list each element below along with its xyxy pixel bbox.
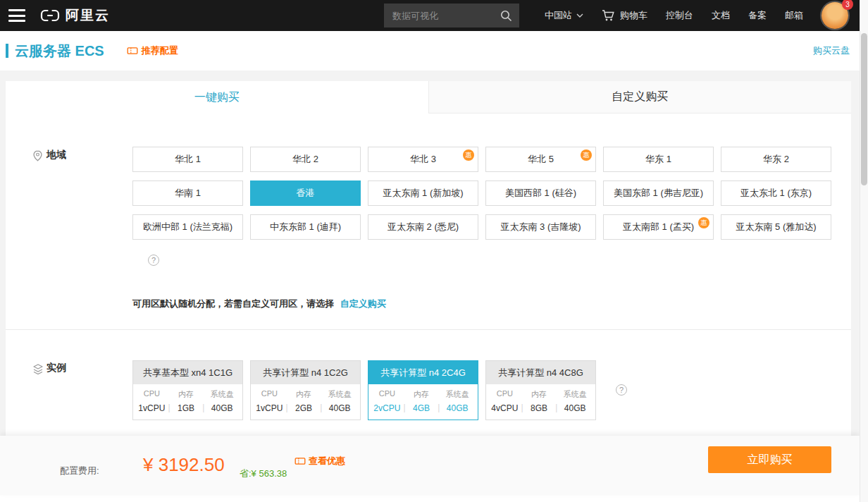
region-button-label: 欧洲中部 1 (法兰克福) [143, 221, 232, 233]
instance-help-icon[interactable] [616, 384, 627, 396]
region-button-label: 香港 [297, 187, 315, 200]
memory-value: 8GB [522, 403, 557, 413]
purchase-card: 一键购买 自定义购买 地域 华北 1 华北 2 华北 3惠 华北 5惠 华东 1… [6, 81, 851, 436]
hamburger-menu-icon[interactable] [8, 9, 25, 22]
layers-icon [32, 364, 44, 378]
beian-link-label: 备案 [748, 9, 767, 22]
brand-logo[interactable]: 阿里云 [39, 6, 110, 25]
region-grid: 华北 1 华北 2 华北 3惠 华北 5惠 华东 1 华东 2 华南 1 香港 … [132, 147, 831, 248]
coupon-icon [127, 46, 138, 56]
region-row: 华北 1 华北 2 华北 3惠 华北 5惠 华东 1 华东 2 [132, 147, 831, 172]
region-button-label: 亚太东北 1 (东京) [740, 187, 812, 200]
cpu-header: CPU [252, 389, 287, 400]
brand-name: 阿里云 [66, 6, 110, 25]
custom-buy-link[interactable]: 自定义购买 [340, 298, 386, 309]
region-button-singapore[interactable]: 亚太东南 1 (新加坡) [368, 180, 478, 206]
tab-custom-buy[interactable]: 自定义购买 [428, 81, 852, 114]
cpu-value: 4vCPU [488, 403, 522, 413]
recommended-config-label: 推荐配置 [142, 44, 178, 57]
scrollbar-thumb[interactable] [861, 33, 867, 185]
instance-spec-values: 1vCPU 2GB 40GB [252, 403, 359, 413]
memory-header: 内存 [522, 389, 557, 400]
checkout-bar: 配置费用: ¥ 3192.50 查看优惠 省:¥ 563.38 立即购买 [0, 436, 860, 495]
promo-badge: 惠 [581, 149, 592, 161]
region-button-huabei5[interactable]: 华北 5惠 [485, 147, 596, 172]
instance-card-title: 共享计算型 n4 4C8G [486, 361, 595, 384]
region-button-huabei2[interactable]: 华北 2 [250, 147, 361, 172]
cart-link[interactable]: 购物车 [602, 9, 647, 22]
disk-header: 系统盘 [321, 389, 359, 400]
instance-card-title: 共享计算型 n4 2C4G [368, 361, 478, 384]
region-button-dubai[interactable]: 中东东部 1 (迪拜) [250, 214, 361, 240]
promo-badge: 惠 [463, 149, 474, 161]
tab-one-click-buy[interactable]: 一键购买 [6, 81, 428, 114]
region-button-mumbai[interactable]: 亚太南部 1 (孟买)惠 [603, 214, 714, 240]
total-price: ¥ 3192.50 [143, 454, 225, 476]
chevron-down-icon [576, 13, 583, 18]
region-button-label: 亚太东南 5 (雅加达) [736, 221, 816, 233]
region-button-kuala-lumpur[interactable]: 亚太东南 3 (吉隆坡) [485, 214, 596, 240]
topbar: 阿里云 中国站 购物车 控制台 文档 备案 邮箱 3 [0, 0, 860, 31]
mail-link[interactable]: 邮箱 [785, 9, 803, 22]
memory-header: 内存 [404, 389, 439, 400]
disk-value: 40GB [203, 403, 241, 413]
cpu-value: 1vCPU [252, 403, 287, 413]
region-button-label: 华东 1 [645, 153, 671, 166]
mail-link-label: 邮箱 [785, 9, 803, 22]
region-button-hongkong-selected[interactable]: 香港 [250, 180, 361, 206]
instance-cards: 共享基本型 xn4 1C1G CPU 内存 系统盘 1vCPU 1GB 40GB… [132, 360, 596, 420]
instance-card-n4-2c4g-selected[interactable]: 共享计算型 n4 2C4G CPU 内存 系统盘 2vCPU 4GB 40GB [368, 360, 478, 420]
region-button-us-east[interactable]: 美国东部 1 (弗吉尼亚) [603, 180, 714, 206]
instance-spec-values: 2vCPU 4GB 40GB [370, 403, 476, 413]
region-button-label: 亚太东南 3 (吉隆坡) [500, 221, 581, 233]
buy-now-button[interactable]: 立即购买 [708, 446, 831, 473]
region-button-label: 华北 1 [175, 153, 201, 166]
docs-link[interactable]: 文档 [712, 9, 730, 22]
instance-spec-headers: CPU 内存 系统盘 [488, 389, 594, 400]
instance-card-body: CPU 内存 系统盘 1vCPU 1GB 40GB [133, 384, 242, 420]
search-input[interactable] [384, 11, 490, 21]
region-help-icon[interactable] [148, 255, 159, 266]
region-button-label: 美国东部 1 (弗吉尼亚) [614, 187, 703, 200]
region-button-jakarta[interactable]: 亚太东南 5 (雅加达) [721, 214, 831, 240]
buy-cloud-disk-link[interactable]: 购买云盘 [813, 44, 850, 57]
search-box [384, 4, 519, 27]
region-note-text: 可用区默认随机分配，若需自定义可用区，请选择 [132, 298, 334, 309]
region-button-us-west[interactable]: 美国西部 1 (硅谷) [485, 180, 596, 206]
instance-spec-values: 4vCPU 8GB 40GB [488, 403, 594, 413]
beian-link[interactable]: 备案 [748, 9, 767, 22]
scrollbar-track[interactable] [860, 0, 868, 502]
console-link[interactable]: 控制台 [666, 9, 693, 22]
region-button-label: 美国西部 1 (硅谷) [505, 187, 576, 200]
region-button-label: 亚太东南 2 (悉尼) [388, 221, 459, 233]
region-button-label: 亚太南部 1 (孟买) [623, 221, 694, 233]
console-link-label: 控制台 [666, 9, 693, 22]
search-icon[interactable] [500, 10, 512, 22]
region-button-huadong2[interactable]: 华东 2 [721, 147, 831, 172]
docs-link-label: 文档 [712, 9, 730, 22]
region-button-huanan1[interactable]: 华南 1 [132, 180, 243, 206]
recommended-config-link[interactable]: 推荐配置 [127, 44, 178, 57]
memory-header: 内存 [287, 389, 321, 400]
region-button-label: 华南 1 [175, 187, 201, 200]
region-note: 可用区默认随机分配，若需自定义可用区，请选择 自定义购买 [132, 298, 386, 310]
region-button-sydney[interactable]: 亚太东南 2 (悉尼) [368, 214, 478, 240]
instance-card-body: CPU 内存 系统盘 4vCPU 8GB 40GB [486, 384, 595, 420]
region-button-huadong1[interactable]: 华东 1 [603, 147, 714, 172]
memory-header: 内存 [169, 389, 204, 400]
region-button-tokyo[interactable]: 亚太东北 1 (东京) [721, 180, 831, 206]
view-discount-link[interactable]: 查看优惠 [294, 455, 345, 467]
region-section-label: 地域 [46, 149, 66, 161]
instance-section-label: 实例 [46, 362, 66, 374]
instance-card-xn4-1c1g[interactable]: 共享基本型 xn4 1C1G CPU 内存 系统盘 1vCPU 1GB 40GB [132, 360, 243, 420]
region-button-huabei1[interactable]: 华北 1 [132, 147, 243, 172]
region-button-label: 华东 2 [763, 153, 789, 166]
cpu-header: CPU [488, 389, 522, 400]
disk-header: 系统盘 [556, 389, 594, 400]
region-button-frankfurt[interactable]: 欧洲中部 1 (法兰克福) [132, 214, 243, 240]
instance-card-n4-4c8g[interactable]: 共享计算型 n4 4C8G CPU 内存 系统盘 4vCPU 8GB 40GB [485, 360, 596, 420]
site-selector[interactable]: 中国站 [545, 9, 583, 22]
instance-card-n4-1c2g[interactable]: 共享计算型 n4 1C2G CPU 内存 系统盘 1vCPU 2GB 40GB [250, 360, 361, 420]
region-button-huabei3[interactable]: 华北 3惠 [368, 147, 478, 172]
memory-value: 2GB [287, 403, 321, 413]
